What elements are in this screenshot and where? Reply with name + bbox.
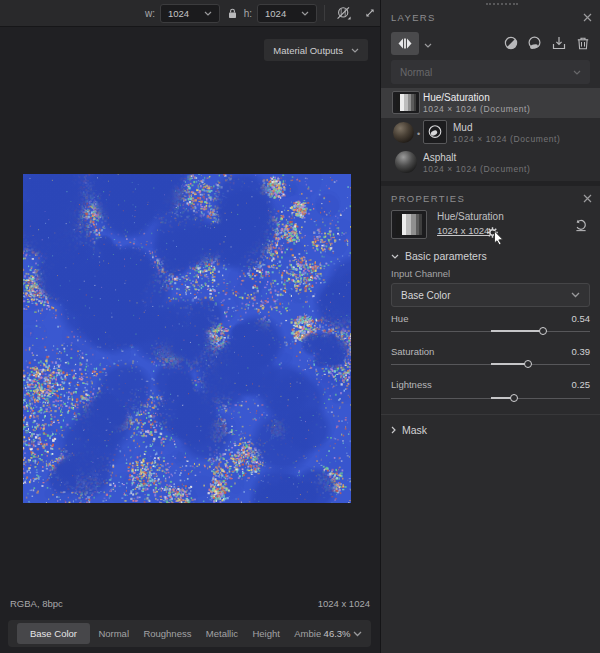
mask-label: Mask xyxy=(402,424,427,436)
layer-row-hue-saturation[interactable]: Hue/Saturation 1024 × 1024 (Document) xyxy=(381,88,600,118)
expand-icon[interactable] xyxy=(361,3,380,23)
material-outputs-label: Material Outputs xyxy=(273,45,343,56)
layers-toolbar xyxy=(391,30,590,56)
canvas-area: w: 1024 h: 1024 Material Outpu xyxy=(0,0,380,653)
layer-info: 1024 × 1024 (Document) xyxy=(423,104,530,114)
lock-aspect-icon[interactable] xyxy=(222,3,241,23)
channel-tab-height[interactable]: Height xyxy=(246,623,285,644)
material-sphere-thumbnail xyxy=(393,122,414,143)
lightness-slider[interactable] xyxy=(391,393,590,405)
mask-section-header[interactable]: Mask xyxy=(391,424,427,436)
add-effect-icon[interactable] xyxy=(527,35,542,51)
channel-tab-base-color[interactable]: Base Color xyxy=(17,623,90,644)
input-channel-select[interactable]: Base Color xyxy=(391,283,590,307)
status-bar: RGBA, 8bpc 1024 x 1024 xyxy=(0,598,380,614)
channel-tab-bar: Base Color Normal Roughness Metallic Hei… xyxy=(8,620,371,647)
saturation-slider[interactable] xyxy=(391,359,590,371)
channel-tab-metallic[interactable]: Metallic xyxy=(200,623,244,644)
properties-layer-name: Hue/Saturation xyxy=(437,211,504,222)
chevron-down-icon xyxy=(351,48,359,53)
layer-row-asphalt[interactable]: Asphalt 1024 × 1024 (Document) xyxy=(381,148,600,178)
lightness-param-row: Lightness 0.25 xyxy=(391,379,590,392)
split-view-button[interactable] xyxy=(391,32,419,55)
input-channel-value: Base Color xyxy=(401,290,450,301)
layer-row-mud[interactable]: • Mud 1024 × 1024 (Document) xyxy=(381,118,600,148)
width-label: w: xyxy=(145,8,155,19)
viewport[interactable]: Material Outputs RGBA, 8bpc 1024 x 1024 … xyxy=(0,27,380,653)
adjustment-thumbnail xyxy=(392,91,420,114)
width-value: 1024 xyxy=(168,8,189,19)
layer-name: Hue/Saturation xyxy=(423,92,490,103)
slider-handle[interactable] xyxy=(510,394,518,402)
import-resource-icon[interactable] xyxy=(551,35,566,51)
lightness-label: Lightness xyxy=(391,379,432,392)
chevron-down-icon xyxy=(204,11,212,16)
saturation-value: 0.39 xyxy=(572,346,591,359)
chevron-down-icon xyxy=(301,11,309,16)
saturation-label: Saturation xyxy=(391,346,434,359)
properties-layer-summary: Hue/Saturation 1024 x 1024 xyxy=(391,210,592,242)
close-icon[interactable] xyxy=(583,13,592,22)
filter-thumbnail xyxy=(423,120,447,144)
height-select[interactable]: 1024 xyxy=(257,4,317,23)
texture-canvas[interactable] xyxy=(23,174,351,503)
toolbar-divider xyxy=(324,5,325,21)
reset-icon[interactable] xyxy=(574,218,588,236)
properties-layer-size-link[interactable]: 1024 x 1024 xyxy=(437,225,489,236)
chevron-down-icon xyxy=(571,292,580,298)
blend-mode-select[interactable]: Normal xyxy=(391,60,590,84)
basic-parameters-label: Basic parameters xyxy=(405,250,487,262)
top-toolbar: w: 1024 h: 1024 xyxy=(0,0,380,27)
panel-divider xyxy=(381,181,600,186)
blend-mode-value: Normal xyxy=(400,67,432,78)
hue-label: Hue xyxy=(391,313,408,326)
chevron-down-icon[interactable] xyxy=(353,631,362,637)
gear-icon[interactable] xyxy=(487,224,498,242)
hue-value: 0.54 xyxy=(572,313,591,326)
slider-handle[interactable] xyxy=(524,360,532,368)
material-sphere-thumbnail xyxy=(395,151,417,173)
properties-panel-header: PROPERTIES xyxy=(391,191,592,205)
layer-name: Mud xyxy=(453,122,472,133)
hue-slider[interactable] xyxy=(391,326,590,338)
panel-drag-handle[interactable] xyxy=(486,3,518,5)
zoom-level[interactable]: 46.3% xyxy=(324,628,351,639)
size-status: 1024 x 1024 xyxy=(318,598,370,614)
channel-tab-ambient[interactable]: Ambient xyxy=(288,623,321,644)
section-separator xyxy=(381,414,600,415)
height-label: h: xyxy=(244,8,252,19)
width-select[interactable]: 1024 xyxy=(160,4,220,23)
channel-tab-roughness[interactable]: Roughness xyxy=(137,623,197,644)
material-preview-icon[interactable] xyxy=(334,3,353,23)
chevron-down-icon xyxy=(391,254,399,259)
layers-panel-header: LAYERS xyxy=(391,10,592,24)
chevron-right-icon xyxy=(391,426,396,434)
hue-param-row: Hue 0.54 xyxy=(391,313,590,326)
slider-handle[interactable] xyxy=(539,327,547,335)
layer-info: 1024 × 1024 (Document) xyxy=(453,134,560,144)
link-dot: • xyxy=(417,129,420,139)
chevron-down-icon[interactable] xyxy=(424,34,432,52)
format-status: RGBA, 8bpc xyxy=(10,598,63,614)
right-panel: LAYERS xyxy=(380,0,600,653)
height-value: 1024 xyxy=(265,8,286,19)
layers-panel-title: LAYERS xyxy=(391,12,436,23)
channel-tab-normal[interactable]: Normal xyxy=(92,623,135,644)
add-adjustment-icon[interactable] xyxy=(503,35,518,51)
saturation-param-row: Saturation 0.39 xyxy=(391,346,590,359)
delete-layer-icon[interactable] xyxy=(575,35,590,51)
input-channel-label: Input Channel xyxy=(391,268,450,279)
layer-info: 1024 × 1024 (Document) xyxy=(423,164,530,174)
chevron-down-icon xyxy=(573,70,581,75)
app-window: w: 1024 h: 1024 Material Outpu xyxy=(0,0,600,653)
properties-panel-title: PROPERTIES xyxy=(391,193,465,204)
layer-name: Asphalt xyxy=(423,152,456,163)
filter-icon xyxy=(427,124,443,140)
basic-parameters-section-header[interactable]: Basic parameters xyxy=(391,250,487,262)
lightness-value: 0.25 xyxy=(572,379,591,392)
adjustment-thumbnail xyxy=(391,210,427,239)
material-outputs-dropdown[interactable]: Material Outputs xyxy=(264,39,368,61)
close-icon[interactable] xyxy=(583,194,592,203)
